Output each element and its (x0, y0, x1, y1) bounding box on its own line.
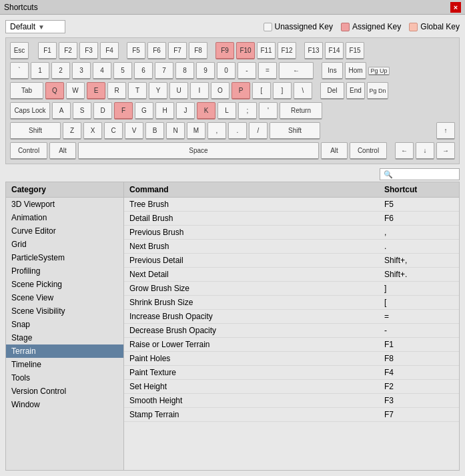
key-alt-right[interactable]: Alt (321, 142, 348, 160)
key-minus[interactable]: - (238, 62, 256, 79)
key-arrow-left[interactable]: ← (395, 142, 414, 160)
key-y[interactable]: Y (149, 82, 167, 99)
key-0[interactable]: 0 (217, 62, 236, 79)
key-f5[interactable]: F5 (127, 42, 145, 59)
key-b[interactable]: B (145, 122, 164, 140)
category-item[interactable]: 3D Viewport (6, 198, 123, 211)
key-space[interactable]: Space (78, 142, 319, 160)
key-alt-left[interactable]: Alt (49, 142, 76, 160)
key-e[interactable]: E (87, 82, 105, 99)
key-u[interactable]: U (169, 82, 188, 99)
key-9[interactable]: 9 (196, 62, 215, 79)
key-shift-right[interactable]: Shift (270, 122, 320, 140)
command-row[interactable]: Stamp TerrainF7 (124, 408, 459, 422)
command-row[interactable]: Detail BrushF6 (124, 212, 459, 226)
key-6[interactable]: 6 (134, 62, 153, 79)
key-t[interactable]: T (128, 82, 147, 99)
category-item[interactable]: Curve Editor (6, 224, 123, 238)
key-tab[interactable]: Tab (10, 82, 43, 99)
key-x[interactable]: X (83, 122, 102, 140)
category-item[interactable]: Grid (6, 238, 123, 251)
key-f8[interactable]: F8 (189, 42, 207, 59)
category-item[interactable]: Snap (6, 318, 123, 331)
key-arrow-up[interactable]: ↑ (436, 122, 455, 140)
key-f15[interactable]: F15 (346, 42, 364, 59)
key-arrow-down[interactable]: ↓ (416, 142, 434, 160)
key-ctrl-right[interactable]: Control (350, 142, 387, 160)
key-rbracket[interactable]: ] (273, 82, 292, 99)
search-input[interactable] (380, 168, 460, 180)
key-f1[interactable]: F1 (38, 42, 57, 59)
key-g[interactable]: G (135, 102, 153, 120)
category-item[interactable]: Version Control (6, 385, 123, 398)
key-8[interactable]: 8 (175, 62, 194, 79)
category-item[interactable]: ParticleSystem (6, 251, 123, 264)
key-f3[interactable]: F3 (79, 42, 98, 59)
key-capslock[interactable]: Caps Lock (10, 102, 50, 120)
key-pgdn[interactable]: Pg Dn (367, 82, 388, 99)
key-7[interactable]: 7 (155, 62, 173, 79)
key-pgup[interactable]: Pg Up (368, 67, 390, 75)
command-row[interactable]: Paint TextureF4 (124, 366, 459, 380)
key-f[interactable]: F (114, 102, 133, 120)
key-slash[interactable]: / (249, 122, 268, 140)
key-semicolon[interactable]: ; (238, 102, 257, 120)
key-w[interactable]: W (66, 82, 85, 99)
category-item[interactable]: Profiling (6, 264, 123, 278)
key-a[interactable]: A (52, 102, 71, 120)
command-row[interactable]: Increase Brush Opacity= (124, 310, 459, 324)
key-1[interactable]: 1 (31, 62, 49, 79)
category-item[interactable]: Tools (6, 371, 123, 385)
key-f12[interactable]: F12 (278, 42, 296, 59)
key-h[interactable]: H (155, 102, 174, 120)
key-end[interactable]: End (346, 82, 365, 99)
key-o[interactable]: O (211, 82, 229, 99)
key-backspace[interactable]: ← (279, 62, 314, 79)
key-ins[interactable]: Ins (322, 62, 343, 79)
key-esc[interactable]: Esc (10, 42, 29, 59)
key-r[interactable]: R (107, 82, 126, 99)
key-equals[interactable]: = (258, 62, 277, 79)
key-4[interactable]: 4 (93, 62, 111, 79)
key-quote[interactable]: ' (259, 102, 278, 120)
category-item[interactable]: Stage (6, 331, 123, 344)
category-item[interactable]: Terrain (6, 344, 123, 358)
command-row[interactable]: Decrease Brush Opacity- (124, 324, 459, 338)
key-backtick[interactable]: ` (10, 62, 29, 79)
key-ctrl-left[interactable]: Control (10, 142, 47, 160)
key-arrow-right[interactable]: → (436, 142, 455, 160)
command-row[interactable]: Set HeightF2 (124, 380, 459, 394)
key-2[interactable]: 2 (51, 62, 70, 79)
key-v[interactable]: V (125, 122, 143, 140)
category-item[interactable]: Scene Visibility (6, 304, 123, 318)
command-row[interactable]: Smooth HeightF3 (124, 394, 459, 408)
key-q[interactable]: Q (45, 82, 64, 99)
category-item[interactable]: Window (6, 398, 123, 411)
key-c[interactable]: C (104, 122, 123, 140)
key-f11[interactable]: F11 (257, 42, 276, 59)
key-d[interactable]: D (93, 102, 112, 120)
key-del[interactable]: Del (320, 82, 344, 99)
category-item[interactable]: Timeline (6, 358, 123, 371)
key-f6[interactable]: F6 (147, 42, 166, 59)
command-row[interactable]: Previous Brush, (124, 226, 459, 240)
key-f7[interactable]: F7 (168, 42, 187, 59)
key-m[interactable]: M (187, 122, 205, 140)
key-home[interactable]: Hom (345, 62, 366, 79)
key-backslash[interactable]: \ (294, 82, 312, 99)
command-row[interactable]: Shrink Brush Size[ (124, 296, 459, 310)
key-lbracket[interactable]: [ (252, 82, 271, 99)
key-k[interactable]: K (197, 102, 215, 120)
category-item[interactable]: Animation (6, 211, 123, 224)
key-f9[interactable]: F9 (215, 42, 234, 59)
key-s[interactable]: S (73, 102, 91, 120)
command-row[interactable]: Raise or Lower TerrainF1 (124, 338, 459, 352)
key-l[interactable]: L (217, 102, 236, 120)
command-row[interactable]: Paint HolesF8 (124, 352, 459, 366)
key-period[interactable]: . (228, 122, 247, 140)
profile-dropdown[interactable]: Default ▼ (5, 20, 65, 33)
command-row[interactable]: Previous DetailShift+, (124, 254, 459, 268)
key-3[interactable]: 3 (72, 62, 91, 79)
command-row[interactable]: Next DetailShift+. (124, 268, 459, 282)
command-row[interactable]: Grow Brush Size] (124, 282, 459, 296)
